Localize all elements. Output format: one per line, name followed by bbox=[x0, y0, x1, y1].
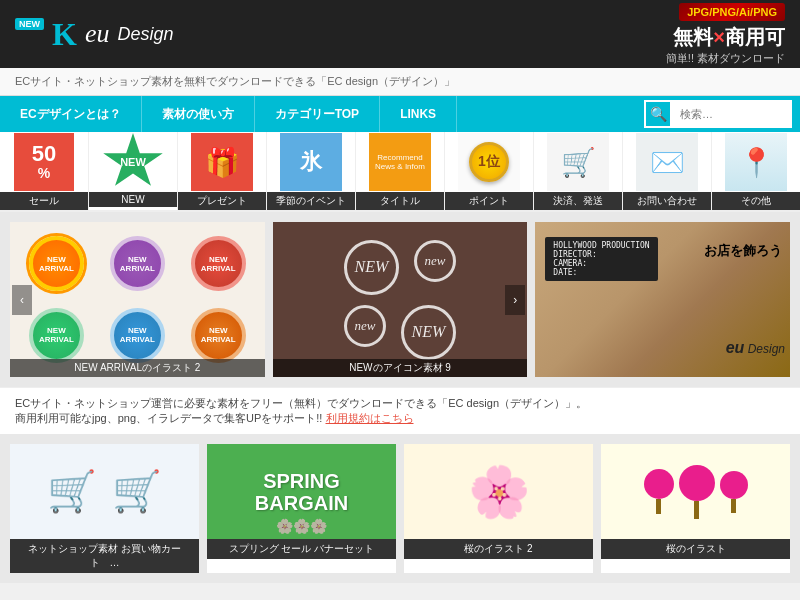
sakura2-card-img: 🌸 bbox=[404, 444, 593, 539]
flower-5-text: NEW bbox=[128, 326, 147, 335]
sakura-tree-3 bbox=[720, 471, 748, 513]
gift-icon: 🎁 bbox=[205, 146, 240, 179]
cart-icon: 🛒 bbox=[561, 146, 596, 179]
new-circle-4: NEW bbox=[401, 305, 456, 360]
flower-3-sub: ARRIVAL bbox=[201, 264, 236, 273]
icon-item-season[interactable]: 氷 季節のイベント bbox=[267, 132, 356, 210]
sakura-tree-1 bbox=[644, 469, 674, 514]
flower-3: NEWARRIVAL bbox=[191, 236, 246, 291]
new-label: NEW bbox=[89, 192, 177, 207]
flower-2: NEWARRIVAL bbox=[110, 236, 165, 291]
icon-item-contact[interactable]: ✉️ お問い合わせ bbox=[623, 132, 712, 210]
present-icon-img: 🎁 bbox=[178, 132, 266, 192]
logo-area: NEW K eu Design bbox=[15, 16, 173, 53]
map-icon-img: 📍 bbox=[712, 132, 800, 192]
icon-item-other[interactable]: 📍 その他 bbox=[712, 132, 800, 210]
circle-row-1: NEW new bbox=[344, 240, 456, 295]
nav: ECデザインとは？ 素材の使い方 カテゴリーTOP LINKS 🔍 bbox=[0, 96, 800, 132]
circle-row-2: new NEW bbox=[344, 305, 456, 360]
center-arrow-right[interactable]: › bbox=[505, 285, 525, 315]
title-label: タイトル bbox=[356, 192, 444, 210]
header-title: 無料×商用可 bbox=[666, 24, 785, 51]
arrival-badge-3: NEWARRIVAL bbox=[180, 230, 257, 298]
point-icon-img: 1位 bbox=[445, 132, 533, 192]
tree-trunk-2 bbox=[694, 501, 699, 519]
grid-card-cart[interactable]: 🛒 🛒 ネットショップ素材 お買い物カート … bbox=[10, 444, 199, 573]
recommend-box: Recommend News & Infom bbox=[369, 133, 431, 191]
cart-card-img: 🛒 🛒 bbox=[10, 444, 199, 539]
icon-item-title[interactable]: Recommend News & Infom タイトル bbox=[356, 132, 445, 210]
spring-card-img: SPRINGBARGAIN 🌸🌸🌸 bbox=[207, 444, 396, 539]
map-box: 📍 bbox=[725, 133, 787, 191]
left-panel-caption: NEW ARRIVALのイラスト 2 bbox=[10, 359, 265, 377]
medal-icon: 1位 bbox=[469, 142, 509, 182]
panel-left: NEWARRIVAL NEWARRIVAL NEWARRIVAL NEWARRI… bbox=[10, 222, 265, 377]
logo-eu: eu bbox=[85, 19, 110, 49]
flower-6-text: NEW bbox=[209, 326, 228, 335]
clap-line2: DIRECTOR: bbox=[553, 250, 649, 259]
bottom-grid: 🛒 🛒 ネットショップ素材 お買い物カート … SPRINGBARGAIN 🌸🌸… bbox=[0, 434, 800, 583]
sakura-bg: 🌸 bbox=[404, 444, 593, 539]
icon-item-point[interactable]: 1位 ポイント bbox=[445, 132, 534, 210]
present-label: プレゼント bbox=[178, 192, 266, 210]
season-box: 氷 bbox=[280, 133, 342, 191]
spring-title: SPRINGBARGAIN bbox=[255, 470, 348, 514]
desc-text2: 商用利用可能なjpg、png、イラレデータで集客UPをサポート!! bbox=[15, 412, 322, 424]
title-icon-img: Recommend News & Infom bbox=[356, 132, 444, 192]
search-icon[interactable]: 🔍 bbox=[644, 100, 672, 128]
flower-5: NEWARRIVAL bbox=[110, 308, 165, 363]
left-arrow-left[interactable]: ‹ bbox=[12, 285, 32, 315]
sakura-branch-icon: 🌸 bbox=[468, 463, 530, 521]
tree-trunk-3 bbox=[731, 499, 736, 513]
clap-line1: HOLLYWOOD PRODUCTION bbox=[553, 241, 649, 250]
flower-1: NEWARRIVAL bbox=[29, 236, 84, 291]
icon-item-sale[interactable]: 50 % セール bbox=[0, 132, 89, 210]
nav-item-links[interactable]: LINKS bbox=[380, 96, 457, 132]
panel-center: NEW new new NEW › NEWのアイコン素材 9 bbox=[273, 222, 528, 377]
desc-link[interactable]: 利用規約はこちら bbox=[326, 412, 414, 424]
search-input[interactable] bbox=[672, 100, 792, 128]
nav-item-category[interactable]: カテゴリーTOP bbox=[255, 96, 380, 132]
sale-sign: % bbox=[38, 165, 50, 181]
main-content: NEWARRIVAL NEWARRIVAL NEWARRIVAL NEWARRI… bbox=[0, 212, 800, 387]
new-circle-3: new bbox=[344, 305, 386, 347]
cart-icon-img: 🛒 bbox=[534, 132, 622, 192]
grid-card-spring[interactable]: SPRINGBARGAIN 🌸🌸🌸 スプリング セール バナーセット bbox=[207, 444, 396, 573]
sale-label: セール bbox=[0, 192, 88, 210]
flower-3-text: NEW bbox=[209, 255, 228, 264]
desc-text1: ECサイト・ネットショップ運営に必要な素材をフリー（無料）でダウンロードできる「… bbox=[15, 397, 587, 409]
present-box: 🎁 bbox=[191, 133, 253, 191]
clap-line3: CAMERA: bbox=[553, 259, 649, 268]
flower-6: NEWARRIVAL bbox=[191, 308, 246, 363]
icon-item-present[interactable]: 🎁 プレゼント bbox=[178, 132, 267, 210]
season-icon-img: 氷 bbox=[267, 132, 355, 192]
arrival-badge-2: NEWARRIVAL bbox=[99, 230, 176, 298]
center-panel-caption: NEWのアイコン素材 9 bbox=[273, 359, 528, 377]
nav-item-usage[interactable]: 素材の使い方 bbox=[142, 96, 255, 132]
nav-search: 🔍 bbox=[636, 96, 800, 132]
tree-trunk-1 bbox=[656, 499, 661, 514]
sakura2-card-label: 桜のイラスト 2 bbox=[404, 539, 593, 559]
icon-item-new[interactable]: NEW NEW bbox=[89, 132, 178, 210]
nav-item-about[interactable]: ECデザインとは？ bbox=[0, 96, 142, 132]
mail-icon-img: ✉️ bbox=[623, 132, 711, 192]
icon-item-payment[interactable]: 🛒 決済、発送 bbox=[534, 132, 623, 210]
breadcrumb-text: ECサイト・ネットショップ素材を無料でダウンロードできる「EC design（デ… bbox=[15, 75, 455, 87]
spring-card-label: スプリング セール バナーセット bbox=[207, 539, 396, 559]
news-text: News & Infom bbox=[375, 162, 425, 171]
grid-card-sakura2[interactable]: 🌸 桜のイラスト 2 bbox=[404, 444, 593, 573]
payment-label: 決済、発送 bbox=[534, 192, 622, 210]
cross-symbol: × bbox=[713, 26, 725, 48]
grid-card-sakura[interactable]: 桜のイラスト bbox=[601, 444, 790, 573]
format-badge: JPG/PNG/Ai/PNG bbox=[679, 3, 785, 21]
flower-1-sub: ARRIVAL bbox=[39, 264, 74, 273]
header-title-text: 無料 bbox=[673, 26, 713, 48]
flower-5-sub: ARRIVAL bbox=[120, 335, 155, 344]
photo-panel: HOLLYWOOD PRODUCTION DIRECTOR: CAMERA: D… bbox=[535, 222, 790, 377]
other-label: その他 bbox=[712, 192, 800, 210]
ice-icon: 氷 bbox=[300, 147, 322, 177]
mail-box: ✉️ bbox=[636, 133, 698, 191]
header-title-text2: 商用可 bbox=[725, 26, 785, 48]
recommend-text: Recommend bbox=[377, 153, 422, 162]
cart-filled-icon: 🛒 bbox=[112, 468, 162, 515]
